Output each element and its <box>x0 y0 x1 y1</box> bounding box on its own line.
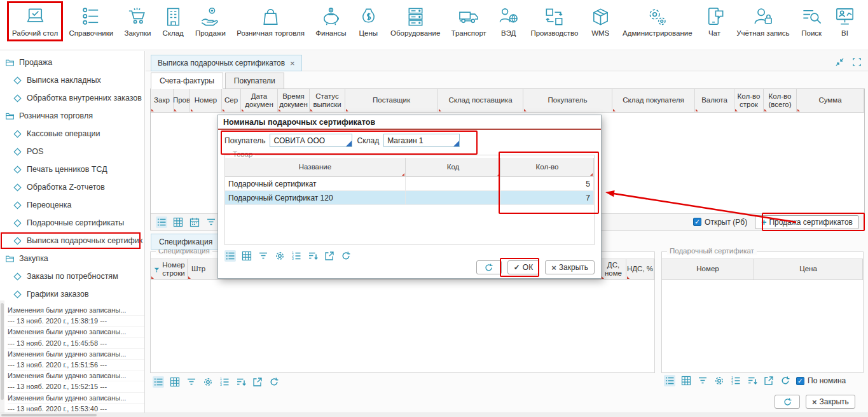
column-header[interactable]: Время докумен <box>278 89 310 112</box>
toolbar-item-warehouse[interactable]: Склад <box>159 3 188 39</box>
warehouse-input[interactable]: Магазин 1 <box>383 134 460 147</box>
close-button[interactable]: × Закрыть <box>806 395 855 409</box>
grid-icon[interactable] <box>241 250 252 262</box>
checkbox-checked-icon[interactable]: ✓ <box>796 377 804 385</box>
tree-item[interactable]: POS <box>0 143 144 160</box>
column-header[interactable]: Код <box>406 158 501 176</box>
column-header[interactable]: Цена <box>754 259 863 279</box>
column-header[interactable]: НДС, % <box>626 259 654 279</box>
filter-icon[interactable] <box>186 376 197 388</box>
tree-item[interactable]: Обработка внутренних заказов <box>0 89 144 107</box>
tab-specification[interactable]: Спецификация <box>151 234 221 250</box>
column-header[interactable]: ДС, номе <box>601 259 626 279</box>
scrollbar-thumb[interactable] <box>1 303 4 400</box>
gift-cert-row[interactable]: Подарочный Сертификат 1207 <box>225 191 594 205</box>
toolbar-item-gears[interactable]: Администрирование <box>619 3 696 39</box>
column-header[interactable]: Номер <box>190 89 222 112</box>
gear-icon[interactable] <box>202 376 214 388</box>
tree-folder[interactable]: Закупка <box>0 250 144 267</box>
toolbar-item-search[interactable]: Поиск <box>797 3 826 39</box>
export-icon[interactable] <box>763 375 775 386</box>
tree-item[interactable]: Графики заказов <box>0 285 144 303</box>
toolbar-item-account-lock[interactable]: Учётная запись <box>733 3 792 39</box>
ok-button[interactable]: ✓ ОК <box>507 260 539 274</box>
column-header[interactable]: Склад поставщика <box>438 89 523 112</box>
toolbar-item-cart[interactable]: Закупки <box>121 3 154 39</box>
log-scrollbar[interactable] <box>0 300 4 413</box>
tree-item[interactable]: Печать ценников ТСД <box>0 160 144 178</box>
toolbar-item-truck[interactable]: Транспорт <box>448 3 490 39</box>
toolbar-item-equipment[interactable]: Оборудование <box>387 3 443 39</box>
toolbar-item-bi[interactable]: BI <box>830 3 859 39</box>
grid-icon[interactable] <box>172 216 184 228</box>
lookup-icon[interactable] <box>453 141 459 146</box>
buyer-input[interactable]: СОВИТА ООО <box>270 134 352 147</box>
toolbar-item-production[interactable]: Производство <box>527 3 581 39</box>
toolbar-item-sales[interactable]: Продажи <box>192 3 229 39</box>
column-header[interactable]: Номер <box>662 259 754 279</box>
tab-gift-certificates-document[interactable]: Выписка подарочных сертификатов × <box>151 55 302 71</box>
open-filter-checkbox[interactable]: ✓ Открыт (Рб) <box>693 218 747 227</box>
refresh-icon[interactable] <box>780 375 791 386</box>
refresh-icon[interactable] <box>340 250 352 262</box>
grid-icon[interactable] <box>169 376 181 388</box>
column-header[interactable]: Кол-во (всего) <box>764 89 797 112</box>
list-icon[interactable] <box>153 376 164 388</box>
tree-item[interactable]: Кассовые операции <box>0 125 144 143</box>
list-icon[interactable] <box>224 250 236 262</box>
checkbox-checked-icon[interactable]: ✓ <box>693 218 701 226</box>
tree-item[interactable]: Обработка Z-отчетов <box>0 178 144 196</box>
list-icon[interactable] <box>664 375 675 386</box>
refresh-icon[interactable] <box>268 376 280 388</box>
column-header[interactable]: Сер <box>222 89 241 112</box>
column-header[interactable]: Поставщик <box>345 89 438 112</box>
grid-icon[interactable] <box>680 375 692 386</box>
tab-invoices[interactable]: Счета-фактуры <box>151 73 223 89</box>
by-nominal-checkbox[interactable]: ✓ По номина <box>796 376 846 385</box>
column-header[interactable]: Статус выписки <box>310 89 345 112</box>
calendar-icon[interactable] <box>189 216 200 228</box>
numlist-icon[interactable]: 123 <box>730 375 741 386</box>
tab-buyers[interactable]: Покупатели <box>225 73 284 89</box>
dialog-close-button[interactable]: × Закрыть <box>545 260 595 274</box>
toolbar-item-piggy[interactable]: Финансы <box>312 3 349 39</box>
tree-item[interactable]: Заказы по потребностям <box>0 267 144 285</box>
column-header[interactable]: Дата докумен <box>241 89 278 112</box>
toolbar-item-money[interactable]: Цены <box>354 3 383 39</box>
tree-item[interactable]: Подарочные сертификаты <box>0 214 144 232</box>
column-header[interactable]: Кол-во <box>501 158 594 176</box>
sortlines-icon[interactable] <box>307 250 319 262</box>
export-icon[interactable] <box>252 376 263 388</box>
refresh-button[interactable] <box>476 260 502 274</box>
column-header[interactable]: Пров <box>174 89 190 112</box>
gift-cert-row[interactable]: Подарочный сертификат5 <box>225 177 594 191</box>
column-header[interactable]: Кол-во строк <box>734 89 764 112</box>
list-icon[interactable] <box>156 216 167 228</box>
gear-icon[interactable] <box>713 375 725 386</box>
tree-folder[interactable]: Продажа <box>0 53 144 71</box>
toolbar-item-chat[interactable]: Чат <box>700 3 729 39</box>
filter-icon[interactable] <box>205 216 217 228</box>
column-header[interactable]: Номер строки <box>151 259 188 279</box>
column-header[interactable]: Сумма <box>797 89 864 112</box>
tab-close-icon[interactable]: × <box>290 59 295 68</box>
sortlines-icon[interactable] <box>747 375 758 386</box>
toolbar-item-desktop[interactable]: Рабочий стол <box>9 3 61 39</box>
toolbar-item-bag[interactable]: Розничная торговля <box>233 3 308 39</box>
tree-folder[interactable]: Розничная торговля <box>0 107 144 125</box>
toolbar-item-references[interactable]: Справочники <box>65 3 116 39</box>
column-header[interactable]: Валюта <box>695 89 734 112</box>
column-header[interactable]: Закр <box>151 89 174 112</box>
refresh-button[interactable] <box>775 395 800 409</box>
column-header[interactable]: Название <box>225 158 406 176</box>
numlist-icon[interactable]: 123 <box>219 376 230 388</box>
tree-item[interactable]: Выписка накладных <box>0 71 144 89</box>
filter-icon[interactable] <box>697 375 708 386</box>
column-header[interactable]: Склад покупателя <box>612 89 695 112</box>
sell-certificates-button[interactable]: + Продажа сертификатов <box>755 215 859 229</box>
maximize-icon[interactable] <box>852 57 862 67</box>
lookup-icon[interactable] <box>346 141 352 146</box>
toolbar-item-box[interactable]: WMS <box>586 3 615 39</box>
gear-icon[interactable] <box>274 250 286 262</box>
tree-item[interactable]: Переоценка <box>0 196 144 214</box>
